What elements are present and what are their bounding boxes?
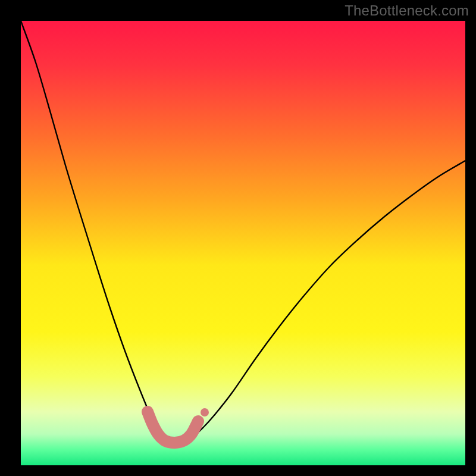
chart-frame: TheBottleneck.com xyxy=(0,0,476,476)
highlight-end-dot xyxy=(201,408,209,416)
gradient-background xyxy=(21,21,465,465)
chart-canvas xyxy=(0,0,476,476)
watermark-text: TheBottleneck.com xyxy=(345,2,469,19)
